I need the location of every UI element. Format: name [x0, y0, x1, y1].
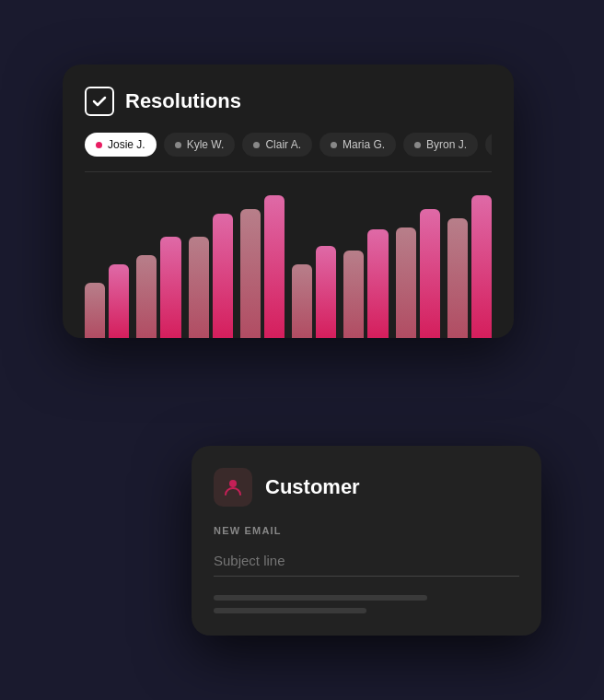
customer-header: Customer [214, 468, 519, 507]
bar [447, 218, 468, 338]
bar [85, 283, 105, 338]
filter-pill-sarah[interactable]: Sarah H. [485, 133, 492, 157]
bar-group-7 [396, 209, 440, 338]
filter-pill-clair[interactable]: Clair A. [242, 133, 312, 157]
bar-group-3 [189, 214, 233, 338]
filter-pill-josie[interactable]: Josie J. [85, 133, 157, 157]
divider [85, 171, 492, 172]
bar [160, 237, 180, 338]
pill-label: Maria G. [343, 138, 385, 151]
bar [367, 229, 388, 338]
new-email-label: NEW EMAIL [214, 525, 519, 536]
bar [189, 237, 209, 338]
pill-label: Clair A. [265, 138, 301, 151]
bar [343, 251, 364, 338]
bar [396, 228, 416, 338]
filter-pill-maria[interactable]: Maria G. [319, 133, 396, 157]
bar-group-5 [292, 246, 336, 338]
text-line-long [214, 595, 427, 601]
pill-label: Josie J. [108, 138, 145, 151]
bar-group-6 [343, 229, 388, 338]
pill-dot [96, 142, 102, 148]
bar-group-4 [240, 195, 285, 338]
bar-chart [85, 191, 492, 338]
customer-avatar [214, 468, 252, 507]
customer-card: Customer NEW EMAIL [192, 446, 541, 636]
bar [136, 255, 157, 338]
checkbox-icon [85, 87, 114, 116]
bar [213, 214, 233, 338]
person-icon [222, 476, 244, 498]
bar [292, 264, 312, 338]
text-lines [214, 595, 519, 613]
bar [264, 195, 285, 338]
pill-dot [175, 142, 181, 148]
pill-dot [253, 142, 260, 148]
bar-group-8 [447, 195, 492, 338]
pill-label: Kyle W. [187, 138, 225, 151]
resolutions-card: Resolutions Josie J. Kyle W. Clair A. Ma… [63, 64, 514, 338]
bar [316, 246, 336, 338]
pill-dot [331, 142, 337, 148]
filter-pill-kyle[interactable]: Kyle W. [164, 133, 236, 157]
bar [240, 209, 261, 338]
card-header: Resolutions [85, 87, 492, 116]
bar [471, 195, 492, 338]
pill-dot [414, 142, 421, 148]
subject-line-input[interactable] [214, 545, 519, 577]
pill-label: Byron J. [426, 138, 467, 151]
filter-pill-byron[interactable]: Byron J. [403, 133, 478, 157]
filter-pills: Josie J. Kyle W. Clair A. Maria G. Byron… [85, 133, 492, 157]
bar-group-1 [85, 264, 129, 338]
customer-title: Customer [265, 475, 360, 499]
text-line-medium [214, 608, 366, 613]
bar [420, 209, 440, 338]
bar-group-2 [136, 237, 180, 338]
svg-point-0 [229, 480, 237, 487]
bar [109, 264, 129, 338]
resolutions-title: Resolutions [125, 89, 241, 113]
scene: Resolutions Josie J. Kyle W. Clair A. Ma… [63, 64, 541, 636]
